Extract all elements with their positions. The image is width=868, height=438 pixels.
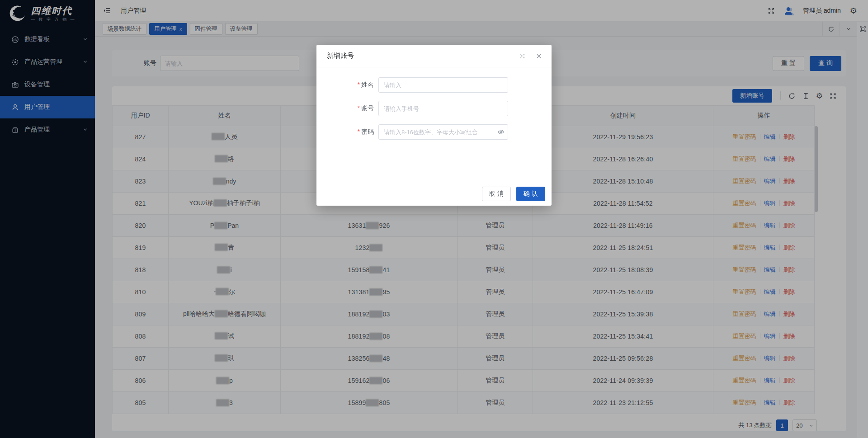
confirm-button[interactable]: 确 认 — [516, 187, 545, 201]
modal-expand-icon[interactable] — [519, 53, 525, 59]
name-field[interactable] — [378, 77, 508, 93]
required-asterisk: * — [358, 104, 360, 112]
required-asterisk: * — [358, 81, 360, 88]
modal-close-icon[interactable]: × — [536, 52, 542, 61]
eye-off-icon[interactable] — [497, 128, 505, 137]
required-asterisk: * — [358, 128, 360, 135]
cancel-button[interactable]: 取 消 — [482, 187, 511, 201]
add-account-modal: 新增账号 × *姓名 *账号 *密码 — [316, 45, 552, 206]
account-field[interactable] — [378, 101, 508, 116]
name-field-label: 姓名 — [361, 81, 374, 88]
password-field[interactable] — [378, 124, 508, 140]
account-field-label: 账号 — [361, 104, 374, 112]
modal-title: 新增账号 — [327, 52, 354, 60]
password-field-label: 密码 — [361, 128, 374, 135]
